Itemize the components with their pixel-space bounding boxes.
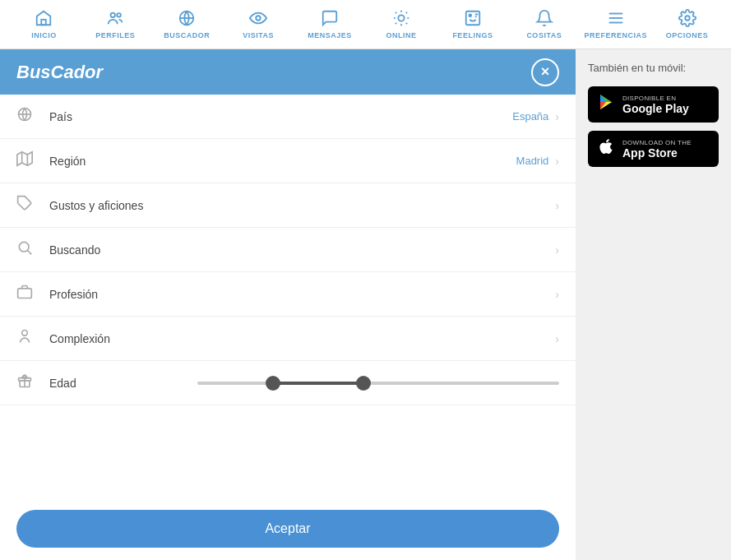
top-navigation: INICIO PERFILES BUSCADOR: [0, 0, 731, 49]
nav-feelings[interactable]: FEELINGS: [437, 5, 508, 44]
slider-thumb-right[interactable]: [356, 376, 371, 391]
svg-point-21: [685, 16, 690, 21]
chevron-right-icon: ›: [555, 199, 559, 212]
filter-complexion[interactable]: Complexión ›: [0, 317, 576, 361]
app-store-badge[interactable]: Download on the App Store: [588, 131, 719, 167]
nav-cositas[interactable]: COSITAS: [508, 5, 580, 44]
nav-mensajes[interactable]: MENSAJES: [294, 5, 366, 44]
svg-rect-0: [42, 20, 47, 25]
filter-buscando[interactable]: Buscando ›: [0, 228, 576, 272]
nav-opciones[interactable]: OPCIONES: [651, 5, 723, 44]
svg-point-30: [22, 331, 28, 336]
filter-region[interactable]: Región Madrid ›: [0, 139, 576, 183]
buscador-title: BusCador: [16, 62, 103, 83]
svg-point-4: [256, 16, 261, 21]
chevron-right-icon: ›: [555, 332, 559, 345]
svg-rect-29: [18, 289, 32, 299]
chevron-right-icon: ›: [555, 155, 559, 168]
accept-button[interactable]: Aceptar: [16, 510, 559, 548]
filter-edad: Edad: [0, 361, 576, 405]
home-icon: [35, 9, 53, 30]
svg-point-15: [469, 14, 471, 16]
gift-filter-icon: [16, 373, 41, 393]
nav-inicio[interactable]: INICIO: [8, 5, 80, 44]
nav-visitas[interactable]: VISITAS: [223, 5, 294, 44]
gear-icon: [678, 9, 696, 30]
tag-filter-icon: [16, 195, 41, 215]
nav-buscador[interactable]: BUSCADOR: [151, 5, 223, 44]
person-filter-icon: [16, 328, 41, 349]
main-content: BusCador × País España ›: [0, 49, 731, 560]
briefcase-filter-icon: [16, 284, 41, 304]
slider-thumb-left[interactable]: [266, 376, 280, 391]
filter-gustos[interactable]: Gustos y aficiones ›: [0, 183, 576, 228]
preferences-icon: [607, 9, 625, 30]
google-play-badge[interactable]: DISPONIBLE EN Google Play: [588, 86, 719, 123]
svg-line-9: [406, 23, 407, 24]
svg-rect-14: [466, 12, 480, 25]
nav-online[interactable]: ONLINE: [366, 5, 437, 44]
filter-list: País España › Región Madrid ›: [0, 95, 576, 498]
chevron-right-icon: ›: [555, 110, 559, 123]
right-sidebar: También en tu móvil: DISPONIBLE EN Googl…: [576, 49, 731, 560]
svg-marker-23: [17, 152, 32, 166]
sidebar-title: También en tu móvil:: [588, 62, 719, 74]
buscador-header: BusCador ×: [0, 49, 576, 95]
google-play-icon: [596, 92, 616, 117]
globe-filter-icon: [16, 106, 41, 127]
slider-fill: [273, 382, 363, 385]
buscador-panel: BusCador × País España ›: [0, 49, 576, 560]
nav-preferencias[interactable]: PREFERENCIAS: [580, 5, 651, 44]
app-store-text: Download on the App Store: [622, 139, 692, 160]
svg-point-2: [118, 13, 122, 17]
profiles-icon: [106, 9, 124, 30]
svg-line-12: [396, 23, 396, 24]
filter-pais[interactable]: País España ›: [0, 95, 576, 139]
svg-line-8: [396, 12, 396, 13]
close-button[interactable]: ×: [531, 58, 559, 86]
svg-point-5: [398, 15, 404, 21]
search-filter-icon: [16, 239, 41, 260]
slider-track: [197, 382, 559, 385]
svg-point-27: [19, 242, 29, 252]
filter-profesion[interactable]: Profesión ›: [0, 272, 576, 317]
age-slider-container[interactable]: [197, 375, 559, 391]
sun-icon: [392, 9, 410, 30]
svg-line-28: [28, 251, 32, 255]
message-icon: [321, 9, 339, 30]
nav-perfiles[interactable]: PERFILES: [80, 5, 151, 44]
google-play-text: DISPONIBLE EN Google Play: [622, 95, 689, 115]
svg-point-1: [111, 13, 116, 17]
bell-icon: [535, 9, 553, 30]
chevron-right-icon: ›: [555, 288, 559, 301]
eye-icon: [249, 9, 267, 30]
feelings-icon: [464, 9, 482, 30]
map-filter-icon: [16, 150, 41, 171]
chevron-right-icon: ›: [555, 243, 559, 257]
svg-line-13: [406, 12, 407, 13]
globe-icon: [178, 9, 196, 30]
accept-container: Aceptar: [0, 498, 576, 560]
apple-icon: [596, 137, 616, 161]
